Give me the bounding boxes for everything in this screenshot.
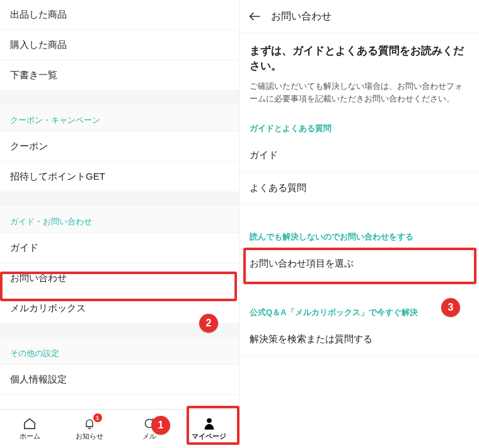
list-item-label: ガイド [10, 242, 38, 254]
right-pane: お問い合わせ まずは、ガイドとよくある質問をお読みください。 ご確認いただいても… [240, 0, 479, 448]
list-item-label: 個人情報設定 [10, 374, 67, 386]
nav-mercari[interactable]: メル [120, 410, 180, 448]
list-item-label: 解決策を検索または質問する [250, 333, 372, 345]
list-item-guide[interactable]: ガイド [240, 139, 479, 172]
section-header-guide: ガイド・お問い合わせ [0, 205, 239, 233]
list-item-label: 招待してポイントGET [10, 171, 105, 183]
list-item-guide[interactable]: ガイド [0, 233, 239, 263]
list-item-label: お問い合わせ [10, 272, 67, 284]
list-item[interactable]: 購入した商品 [0, 30, 239, 60]
list-item[interactable]: 招待してポイントGET [0, 162, 239, 192]
list-item[interactable]: 下書き一覧 [0, 60, 239, 91]
spacer [0, 324, 239, 336]
list-item-label: 下書き一覧 [10, 69, 57, 81]
nav-notice[interactable]: 1 お知らせ [60, 410, 120, 448]
list-item-select-contact[interactable]: お問い合わせ項目を選ぶ [240, 248, 479, 280]
section-header-faq: ガイドとよくある質問 [240, 112, 479, 139]
header-title: お問い合わせ [271, 10, 332, 23]
right-header: お問い合わせ [240, 0, 479, 33]
list-item-label: ガイド [250, 149, 278, 161]
section-header-contact: 読んでも解決しないのでお問い合わせをする [240, 220, 479, 248]
list-item[interactable]: 出品した商品 [0, 0, 239, 30]
back-arrow-icon[interactable] [247, 9, 262, 24]
section-header-other: その他の設定 [0, 336, 239, 365]
hero-body: ご確認いただいても解決しない場合は、お問い合わせフォームに必要事項を記載いただき… [250, 80, 469, 105]
person-icon [204, 416, 215, 430]
list-item-mercaribox[interactable]: メルカリボックス [0, 294, 239, 324]
section-header-qabox: 公式Q＆A「メルカリボックス」で今すぐ解決 [240, 296, 479, 323]
list-item[interactable]: 個人情報設定 [0, 365, 239, 395]
spacer [0, 91, 239, 103]
nav-label: マイページ [192, 432, 226, 441]
list-item-label: 出品した商品 [10, 9, 67, 21]
svg-point-1 [207, 418, 212, 423]
nav-mypage[interactable]: マイページ [179, 410, 239, 448]
list-item-label: お問い合わせ項目を選ぶ [250, 258, 354, 270]
list-item-label: よくある質問 [250, 182, 306, 194]
nav-label: メル [142, 432, 156, 441]
spacer [0, 192, 239, 205]
list-item[interactable]: クーポン [0, 132, 239, 162]
svg-point-0 [145, 419, 153, 427]
home-icon [23, 416, 37, 430]
nav-label: お知らせ [76, 432, 103, 441]
hero-title: まずは、ガイドとよくある質問をお読みください。 [250, 43, 469, 74]
list-item-qabox-search[interactable]: 解決策を検索または質問する [240, 323, 479, 356]
list-item-label: メルカリボックス [10, 302, 86, 314]
list-item-label: 購入した商品 [10, 39, 67, 51]
left-scroll: 出品した商品 購入した商品 下書き一覧 クーポン・キャンペーン クーポン 招待し… [0, 0, 239, 409]
nav-home[interactable]: ホーム [0, 410, 60, 448]
list-item-contact[interactable]: お問い合わせ [0, 263, 239, 294]
nav-label: ホーム [20, 432, 40, 441]
gap [240, 280, 479, 296]
notice-badge: 1 [93, 413, 102, 422]
list-item-label: クーポン [10, 141, 48, 152]
bottom-nav: ホーム 1 お知らせ メル マイページ [0, 409, 239, 448]
left-pane: 出品した商品 購入した商品 下書き一覧 クーポン・キャンペーン クーポン 招待し… [0, 0, 240, 448]
section-header-coupon: クーポン・キャンペーン [0, 103, 239, 132]
hero: まずは、ガイドとよくある質問をお読みください。 ご確認いただいても解決しない場合… [240, 33, 479, 112]
gap [240, 205, 479, 220]
list-item-faq[interactable]: よくある質問 [240, 172, 479, 205]
cashback-icon [143, 416, 156, 430]
